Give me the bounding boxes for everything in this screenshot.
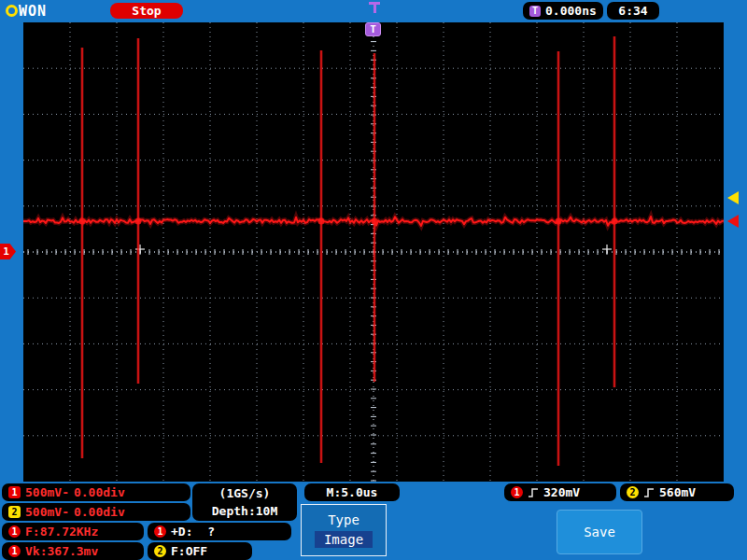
owon-logo-o-icon	[6, 5, 18, 17]
oscilloscope-ui: WON Stop T 0.000ns 6:34 T 1 1 500mV- 0.0…	[0, 0, 747, 560]
rising-edge-icon	[528, 487, 539, 498]
delay-value: +D: ?	[171, 525, 215, 539]
type-image-button[interactable]: Type Image	[301, 504, 387, 556]
foff-ch-badge: 2	[154, 545, 166, 557]
ch1-settings-readout: 1 500mV- 0.00div	[2, 483, 190, 501]
clock: 6:34	[607, 2, 659, 20]
run-state-badge: Stop	[110, 3, 183, 19]
ch2-settings-readout: 2 500mV- 0.00div	[2, 503, 190, 521]
sampling-readout: (1GS/s) Depth:10M	[192, 483, 297, 521]
ch1-trigger-level-readout: 1 320mV	[504, 483, 616, 501]
trigger-time-value: 0.000ns	[545, 4, 597, 18]
vk-ch-badge: 1	[8, 545, 21, 557]
ch2-scale: 500mV-	[25, 505, 69, 519]
save-button[interactable]: Save	[557, 510, 642, 554]
memory-depth: Depth:10M	[212, 503, 277, 520]
trig1-ch-badge: 1	[511, 486, 523, 498]
foff-value: F:OFF	[171, 544, 207, 558]
ch2-badge: 2	[8, 506, 21, 518]
ch2-trigger-level-readout: 2 560mV	[620, 483, 734, 501]
freq-value: F:87.72KHz	[25, 525, 98, 539]
save-button-label: Save	[584, 525, 615, 539]
delay-readout: 1 +D: ?	[148, 523, 291, 540]
type-button-label: Type	[328, 512, 359, 527]
freq-ch-badge: 1	[8, 525, 21, 538]
frequency-readout: 1 F:87.72KHz	[2, 523, 144, 540]
ch2-offset: 0.00div	[74, 505, 125, 519]
ch1-scale: 500mV-	[25, 485, 69, 499]
trigger-position-caret-icon	[369, 2, 380, 15]
vk-readout: 1 Vk:367.3mv	[2, 542, 144, 560]
trigger-position-marker[interactable]: T	[365, 22, 381, 36]
trig2-ch-badge: 2	[627, 486, 639, 498]
sample-rate: (1GS/s)	[219, 485, 271, 502]
ch1-offset: 0.00div	[74, 485, 125, 499]
type-button-value: Image	[315, 531, 373, 548]
trigger-t-icon: T	[529, 6, 541, 17]
trig1-level-value: 320mV	[543, 485, 580, 499]
trigger-time-readout: T 0.000ns	[523, 2, 603, 20]
ch1-level-marker[interactable]: 1	[0, 244, 16, 259]
ch1-trigger-level-arrow-icon[interactable]	[727, 215, 739, 228]
ch1-badge: 1	[8, 486, 21, 498]
waveform-svg	[23, 22, 724, 482]
owon-logo-text: WON	[19, 3, 47, 20]
vk-value: Vk:367.3mv	[25, 544, 98, 558]
trig2-level-value: 560mV	[659, 485, 696, 499]
rising-edge-icon	[643, 487, 655, 498]
scope-display	[23, 22, 724, 482]
delay-ch-badge: 1	[154, 525, 166, 538]
timebase-readout: M:5.0us	[304, 483, 400, 501]
ch2-freq-readout: 2 F:OFF	[148, 542, 252, 560]
ch2-trigger-level-arrow-icon[interactable]	[727, 191, 739, 204]
owon-logo: WON	[6, 3, 47, 19]
